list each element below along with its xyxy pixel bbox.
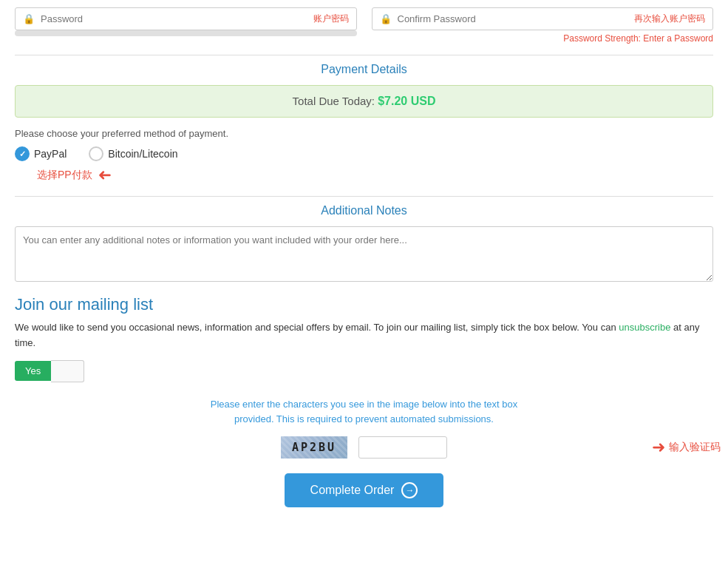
strength-label: Password Strength: — [563, 33, 641, 44]
payment-annotation-wrapper: PayPal Bitcoin/Litecoin 选择PP付款 ➜ — [15, 146, 713, 185]
password-field-wrapper: 🔒 账户密码 — [15, 7, 357, 44]
mailing-desc-part1: We would like to send you occasional new… — [15, 322, 616, 333]
paypal-arrow-icon: ➜ — [98, 166, 112, 185]
password-row: 🔒 账户密码 🔒 再次输入账户密码 Password Strength: Ent… — [15, 7, 713, 44]
mailing-list-section: Join our mailing list We would like to s… — [15, 295, 713, 382]
strength-bar-container — [15, 30, 357, 36]
confirm-password-input-group[interactable]: 🔒 再次输入账户密码 — [372, 7, 714, 30]
captcha-instructions-line1: Please enter the characters you see in t… — [211, 399, 518, 410]
password-input[interactable] — [41, 13, 307, 24]
toggle-yes-button[interactable]: Yes — [15, 361, 51, 381]
total-label: Total Due Today: — [293, 95, 375, 107]
complete-order-label: Complete Order — [310, 484, 395, 497]
captcha-instructions: Please enter the characters you see in t… — [15, 397, 713, 428]
submit-section: Complete Order → — [15, 473, 713, 507]
mailing-list-description: We would like to send you occasional new… — [15, 320, 713, 351]
captcha-arrow-icon: ➜ — [652, 438, 665, 457]
complete-order-arrow-icon: → — [401, 482, 418, 498]
paypal-radio[interactable] — [15, 146, 30, 161]
unsubscribe-link[interactable]: unsubscribe — [619, 322, 670, 333]
captcha-annotation-text: 输入验证码 — [669, 441, 721, 454]
total-due-box: Total Due Today: $7.20 USD — [15, 85, 713, 118]
paypal-option[interactable]: PayPal — [15, 146, 67, 161]
paypal-label: PayPal — [34, 148, 67, 160]
captcha-image: AP2BU — [281, 436, 347, 459]
captcha-section: Please enter the characters you see in t… — [15, 397, 713, 459]
complete-order-button[interactable]: Complete Order → — [285, 473, 444, 507]
strength-value: Enter a Password — [643, 33, 713, 44]
captcha-annotation: ➜ 输入验证码 — [652, 438, 721, 457]
additional-notes-section: Additional Notes — [15, 196, 713, 284]
confirm-lock-icon: 🔒 — [380, 13, 392, 24]
captcha-instructions-line2: provided. This is required to prevent au… — [234, 413, 494, 424]
mailing-toggle[interactable]: Yes — [15, 360, 713, 382]
bitcoin-label: Bitcoin/Litecoin — [108, 148, 177, 160]
captcha-text: AP2BU — [292, 441, 336, 454]
mailing-list-title: Join our mailing list — [15, 295, 713, 314]
password-strength-row: Password Strength: Enter a Password — [372, 33, 714, 44]
paypal-annotation: 选择PP付款 ➜ — [37, 166, 713, 185]
payment-section-title: Payment Details — [15, 63, 713, 76]
paypal-annotation-text: 选择PP付款 — [37, 169, 92, 182]
bitcoin-option[interactable]: Bitcoin/Litecoin — [89, 146, 177, 161]
payment-prompt: Please choose your preferred method of p… — [15, 128, 713, 139]
password-hint: 账户密码 — [313, 13, 349, 25]
lock-icon: 🔒 — [23, 13, 35, 24]
additional-notes-textarea[interactable] — [15, 226, 713, 282]
total-amount: $7.20 USD — [378, 95, 435, 107]
password-strength-text: Password Strength: Enter a Password — [563, 33, 713, 44]
payment-options: PayPal Bitcoin/Litecoin — [15, 146, 713, 161]
captcha-input[interactable] — [358, 436, 447, 459]
bitcoin-radio[interactable] — [89, 146, 103, 161]
password-input-group[interactable]: 🔒 账户密码 — [15, 7, 357, 30]
confirm-password-input[interactable] — [398, 13, 629, 24]
confirm-password-field-wrapper: 🔒 再次输入账户密码 Password Strength: Enter a Pa… — [372, 7, 714, 44]
toggle-no-area[interactable] — [51, 360, 84, 382]
confirm-password-hint: 再次输入账户密码 — [634, 13, 705, 25]
payment-divider — [15, 55, 713, 55]
strength-bar — [15, 30, 357, 36]
additional-notes-title: Additional Notes — [15, 204, 713, 217]
captcha-row: AP2BU ➜ 输入验证码 — [15, 436, 713, 459]
